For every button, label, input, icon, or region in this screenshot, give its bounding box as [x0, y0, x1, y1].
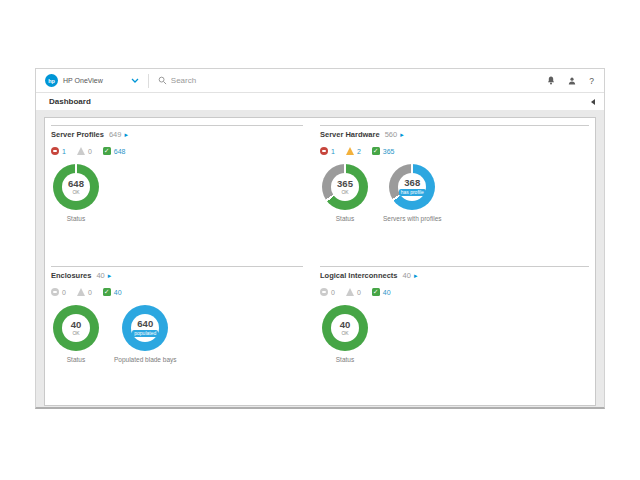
warning-icon — [346, 147, 354, 155]
notifications-bell-icon[interactable] — [547, 76, 555, 85]
critical-icon — [51, 147, 59, 155]
status-summary: 0 0 40 — [320, 288, 589, 296]
page-header: Dashboard — [36, 93, 604, 110]
status-count: 40 — [114, 289, 122, 296]
donut-value: 365 — [337, 179, 353, 189]
donut-center: 365 OK — [331, 173, 359, 201]
dashboard-card: Server Profiles 649 ▸ 1 0 648 — [44, 117, 596, 406]
status-count: 1 — [331, 148, 335, 155]
status-warning[interactable]: 0 — [346, 288, 361, 296]
donut-value: 40 — [71, 320, 82, 330]
divider — [148, 74, 149, 88]
ok-check-icon — [372, 288, 380, 296]
status-critical[interactable]: 0 — [51, 288, 66, 296]
ok-check-icon — [372, 147, 380, 155]
status-summary: 1 0 648 — [51, 147, 303, 155]
donut-value: 368 — [404, 178, 420, 188]
section-count: 649 — [109, 130, 122, 139]
donut-chart: 40 OK — [53, 305, 99, 351]
warning-icon — [77, 147, 85, 155]
status-count: 648 — [114, 148, 126, 155]
donut-label: Servers with profiles — [383, 215, 442, 222]
status-count: 1 — [62, 148, 66, 155]
donut-chart: 40 OK — [322, 305, 368, 351]
status-count: 0 — [88, 148, 92, 155]
donut-label: Status — [336, 356, 354, 363]
status-ok[interactable]: 365 — [372, 147, 395, 155]
app-name: HP OneView — [63, 77, 103, 84]
donut-populated-blade-bays[interactable]: 640 populated Populated blade bays — [114, 305, 177, 363]
chevron-right-icon[interactable]: ▸ — [108, 272, 112, 280]
donut-row: 40 OK Status 640 populated — [51, 305, 303, 363]
section-count: 40 — [96, 271, 104, 280]
donut-row: 40 OK Status — [320, 305, 589, 363]
chevron-right-icon[interactable]: ▸ — [414, 272, 418, 280]
warning-icon — [346, 288, 354, 296]
donut-label: Status — [67, 215, 85, 222]
search-icon — [158, 76, 167, 85]
section-header[interactable]: Enclosures 40 ▸ — [51, 271, 303, 280]
ok-check-icon — [103, 147, 111, 155]
donut-chart: 648 OK — [53, 164, 99, 210]
topbar-actions: ? — [547, 76, 594, 86]
status-ok[interactable]: 40 — [103, 288, 122, 296]
collapse-panel-icon[interactable] — [591, 99, 595, 105]
donut-label: Populated blade bays — [114, 356, 177, 363]
help-icon[interactable]: ? — [589, 76, 594, 86]
chevron-right-icon[interactable]: ▸ — [400, 131, 404, 139]
app-menu-dropdown[interactable] — [131, 78, 139, 83]
status-count: 0 — [331, 289, 335, 296]
donut-sublabel: OK — [341, 331, 348, 336]
donut-status[interactable]: 365 OK Status — [322, 164, 368, 222]
warning-icon — [77, 288, 85, 296]
status-warning[interactable]: 0 — [77, 147, 92, 155]
status-count: 0 — [88, 289, 92, 296]
donut-chart: 368 has profile — [389, 164, 435, 210]
status-count: 365 — [383, 148, 395, 155]
section-header[interactable]: Logical Interconnects 40 ▸ — [320, 271, 589, 280]
status-critical[interactable]: 0 — [320, 288, 335, 296]
status-warning[interactable]: 0 — [77, 288, 92, 296]
donut-sublabel: OK — [72, 331, 79, 336]
donut-chart: 640 populated — [122, 305, 168, 351]
donut-sublabel: populated — [132, 330, 158, 337]
search-box[interactable] — [158, 76, 321, 85]
donut-row: 648 OK Status — [51, 164, 303, 222]
status-ok[interactable]: 648 — [103, 147, 126, 155]
status-summary: 0 0 40 — [51, 288, 303, 296]
critical-icon — [51, 288, 59, 296]
donut-row: 365 OK Status 368 has profile — [320, 164, 589, 222]
donut-status[interactable]: 40 OK Status — [53, 305, 99, 363]
donut-label: Status — [336, 215, 354, 222]
chevron-right-icon[interactable]: ▸ — [124, 131, 128, 139]
donut-servers-with-profiles[interactable]: 368 has profile Servers with profiles — [383, 164, 442, 222]
donut-status[interactable]: 40 OK Status — [322, 305, 368, 363]
donut-center: 368 has profile — [398, 173, 426, 201]
critical-icon — [320, 147, 328, 155]
donut-status[interactable]: 648 OK Status — [53, 164, 99, 222]
user-icon[interactable] — [568, 77, 576, 85]
donut-chart: 365 OK — [322, 164, 368, 210]
search-input[interactable] — [171, 76, 321, 85]
top-bar: hp HP OneView ? — [36, 69, 604, 93]
section-header[interactable]: Server Profiles 649 ▸ — [51, 130, 303, 139]
status-count: 2 — [357, 148, 361, 155]
hp-logo-icon: hp — [45, 74, 58, 87]
section-server-hardware: Server Hardware 560 ▸ 1 2 365 — [320, 125, 589, 266]
donut-sublabel: OK — [72, 190, 79, 195]
critical-icon — [320, 288, 328, 296]
section-header[interactable]: Server Hardware 560 ▸ — [320, 130, 589, 139]
dashboard-content: Server Profiles 649 ▸ 1 0 648 — [36, 110, 604, 406]
donut-value: 648 — [68, 179, 84, 189]
status-count: 0 — [357, 289, 361, 296]
status-summary: 1 2 365 — [320, 147, 589, 155]
status-critical[interactable]: 1 — [320, 147, 335, 155]
status-count: 0 — [62, 289, 66, 296]
section-title: Logical Interconnects — [320, 271, 398, 280]
section-title: Server Hardware — [320, 130, 380, 139]
donut-sublabel: has profile — [399, 189, 426, 196]
donut-value: 40 — [340, 320, 351, 330]
status-warning[interactable]: 2 — [346, 147, 361, 155]
status-ok[interactable]: 40 — [372, 288, 391, 296]
status-critical[interactable]: 1 — [51, 147, 66, 155]
